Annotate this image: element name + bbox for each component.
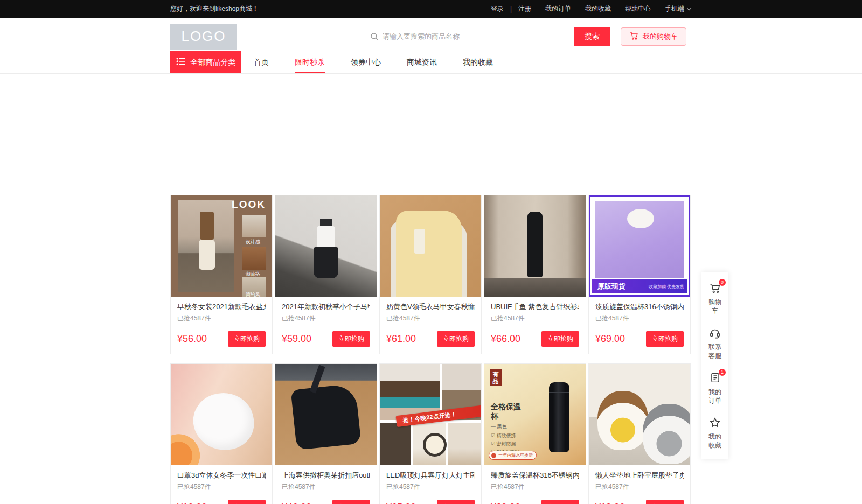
product-card[interactable]: LOOK设计感潮流搭简约风早秋冬女装2021新款毛衣盐系...已抢4587件¥5…	[170, 195, 273, 354]
image-text-cap2: 潮流搭	[246, 271, 260, 278]
sidebar-item-label: 联系客服	[708, 342, 722, 360]
product-price: ¥66.00	[491, 333, 520, 345]
product-card[interactable]: 口罩3d立体女冬季一次性口罩已抢4587件¥10.00立即抢购	[170, 363, 273, 504]
buy-now-button[interactable]: 立即抢购	[646, 500, 684, 504]
product-card[interactable]: 抢！今晚22点开抢！LED吸顶灯具客厅灯大灯主卧...已抢4587件¥65.00…	[379, 363, 482, 504]
image-text-brand: 有品	[490, 369, 502, 386]
product-price: ¥10.00	[177, 502, 207, 504]
product-info: LED吸顶灯具客厅灯大灯主卧...已抢4587件¥65.00立即抢购	[380, 465, 481, 504]
product-price: ¥46.00	[282, 502, 311, 504]
topbar-link-my-favorites[interactable]: 我的收藏	[585, 4, 611, 13]
image-text-pcolor: — 黑色	[491, 423, 507, 430]
floating-sidebar: 0购物车联系客服1我的订单我的收藏	[701, 272, 728, 459]
product-title[interactable]: 臻质旋盖保温杯316不锈钢内胆...	[595, 302, 684, 312]
product-price-row: ¥56.00立即抢购	[177, 331, 266, 347]
logo[interactable]: LOGO	[170, 24, 237, 50]
product-sold-count: 已抢4587件	[282, 314, 370, 323]
buy-now-button[interactable]: 立即抢购	[437, 500, 475, 504]
main-nav: 全部商品分类 首页限时秒杀领券中心商城资讯我的收藏	[170, 51, 692, 73]
product-card[interactable]: 懒人坐垫地上卧室屁股垫子办...已抢4587件¥19.90立即抢购	[588, 363, 691, 504]
topbar-link-mobile[interactable]: 手机端	[665, 4, 692, 13]
product-title[interactable]: 2021年新款初秋季小个子马甲...	[282, 302, 370, 312]
buy-now-button[interactable]: 立即抢购	[541, 500, 579, 504]
cart-icon: 0	[708, 282, 721, 295]
topbar-links: 登录|注册我的订单我的收藏帮助中心手机端	[491, 4, 692, 13]
nav-item-my-favorites[interactable]: 我的收藏	[462, 51, 493, 73]
search-button[interactable]: 搜索	[574, 27, 610, 46]
sidebar-item-customer-service[interactable]: 联系客服	[701, 320, 728, 365]
buy-now-button[interactable]: 立即抢购	[646, 331, 684, 347]
topbar-link-help-center[interactable]: 帮助中心	[625, 4, 651, 13]
topbar-link-login[interactable]: 登录	[491, 4, 504, 13]
product-title[interactable]: 早秋冬女装2021新款毛衣盐系...	[177, 302, 266, 312]
product-price-row: ¥69.00立即抢购	[595, 331, 684, 347]
buy-now-button[interactable]: 立即抢购	[228, 331, 266, 347]
product-sold-count: 已抢4587件	[386, 314, 475, 323]
product-price-row: ¥66.00立即抢购	[491, 331, 579, 347]
product-price-row: ¥59.00立即抢购	[282, 331, 370, 347]
nav-item-home[interactable]: 首页	[253, 51, 269, 73]
product-card[interactable]: UBUIE千鱼 紫色复古针织衫马...已抢4587件¥66.00立即抢购	[484, 195, 586, 354]
search-icon	[370, 32, 379, 44]
product-price-row: ¥19.90立即抢购	[595, 500, 684, 504]
product-image	[484, 195, 586, 297]
buy-now-button[interactable]: 立即抢购	[332, 331, 370, 347]
topbar-divider: |	[510, 5, 512, 13]
my-cart-button[interactable]: 我的购物车	[621, 27, 686, 46]
product-title[interactable]: 奶黄色V领毛衣马甲女春秋慵懒...	[386, 302, 475, 312]
product-image	[275, 195, 377, 297]
sidebar-item-my-orders[interactable]: 1我的订单	[701, 366, 728, 410]
product-title[interactable]: 懒人坐垫地上卧室屁股垫子办...	[595, 471, 684, 480]
product-price: ¥29.90	[491, 502, 520, 504]
product-image: 有品全格保温杯— 黑色精致便携密封防漏316不锈钢一年内漏水可换新	[484, 364, 586, 465]
sidebar-item-my-favorites[interactable]: 我的收藏	[701, 410, 728, 455]
nav-item-mall-news[interactable]: 商城资讯	[406, 51, 437, 73]
product-sold-count: 已抢4587件	[386, 482, 475, 492]
buy-now-button[interactable]: 立即抢购	[228, 500, 266, 504]
product-price: ¥65.00	[386, 502, 416, 504]
buy-now-button[interactable]: 立即抢购	[541, 331, 579, 347]
product-image	[380, 195, 481, 297]
product-sold-count: 已抢4587件	[177, 482, 266, 492]
search-input[interactable]	[364, 27, 574, 46]
product-sold-count: 已抢4587件	[491, 314, 579, 323]
nav-item-flash-sale[interactable]: 限时秒杀	[294, 51, 325, 73]
buy-now-button[interactable]: 立即抢购	[437, 331, 475, 347]
header: LOGO 搜索 我的购物车	[0, 18, 862, 74]
product-info: 早秋冬女装2021新款毛衣盐系...已抢4587件¥56.00立即抢购	[171, 297, 272, 354]
product-image	[171, 364, 272, 465]
badge-my-orders: 1	[719, 369, 726, 376]
product-price-row: ¥10.00立即抢购	[177, 500, 266, 504]
product-grid: LOOK设计感潮流搭简约风早秋冬女装2021新款毛衣盐系...已抢4587件¥5…	[170, 195, 692, 504]
product-card[interactable]: 上海客供撤柜奥莱折扣店outlets已抢4587件¥46.00立即抢购	[275, 363, 377, 504]
product-info: 2021年新款初秋季小个子马甲...已抢4587件¥59.00立即抢购	[275, 297, 377, 354]
sidebar-item-cart[interactable]: 0购物车	[701, 276, 728, 320]
product-card[interactable]: 2021年新款初秋季小个子马甲...已抢4587件¥59.00立即抢购	[275, 195, 377, 354]
order-icon: 1	[708, 372, 721, 384]
nav-item-coupon-center[interactable]: 领券中心	[350, 51, 381, 73]
topbar-link-register[interactable]: 注册	[518, 4, 531, 13]
badge-cart: 0	[719, 279, 726, 286]
product-sold-count: 已抢4587件	[491, 482, 579, 492]
buy-now-button[interactable]: 立即抢购	[332, 500, 370, 504]
product-title[interactable]: 臻质旋盖保温杯316不锈钢内胆...	[491, 471, 579, 480]
cart-icon	[629, 31, 638, 42]
product-title[interactable]: 口罩3d立体女冬季一次性口罩	[177, 471, 266, 480]
product-card[interactable]: 奶黄色V领毛衣马甲女春秋慵懒...已抢4587件¥61.00立即抢购	[379, 195, 482, 354]
product-card[interactable]: 原版现货收藏加购 优先发货臻质旋盖保温杯316不锈钢内胆...已抢4587件¥6…	[588, 195, 691, 354]
product-sold-count: 已抢4587件	[282, 482, 370, 492]
product-price-row: ¥29.90立即抢购	[491, 500, 579, 504]
image-text-pname: 全格保温杯	[491, 402, 524, 421]
product-price: ¥56.00	[177, 333, 207, 345]
all-categories-button[interactable]: 全部商品分类	[170, 51, 241, 73]
category-list-icon	[176, 57, 186, 67]
product-title[interactable]: UBUIE千鱼 紫色复古针织衫马...	[491, 302, 579, 312]
image-text-look: LOOK	[232, 199, 266, 211]
product-sold-count: 已抢4587件	[595, 314, 684, 323]
product-price-row: ¥61.00立即抢购	[386, 331, 475, 347]
product-title[interactable]: 上海客供撤柜奥莱折扣店outlets	[282, 471, 370, 480]
topbar-link-my-orders[interactable]: 我的订单	[545, 4, 571, 13]
image-text-feat2: 密封防漏	[491, 440, 516, 447]
product-card[interactable]: 有品全格保温杯— 黑色精致便携密封防漏316不锈钢一年内漏水可换新臻质旋盖保温杯…	[484, 363, 586, 504]
product-title[interactable]: LED吸顶灯具客厅灯大灯主卧...	[386, 471, 475, 480]
